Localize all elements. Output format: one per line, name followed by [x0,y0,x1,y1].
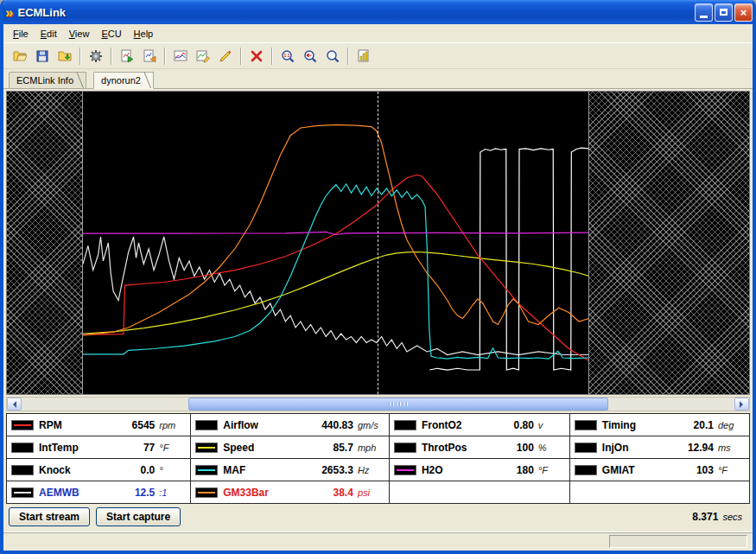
param-unit: ° [159,465,185,475]
import-button[interactable] [54,46,75,67]
scrollbar-grip [389,402,408,406]
trace-gm33bar [83,124,589,334]
delete-button[interactable] [246,46,267,67]
param-value: 440.83 [321,419,353,431]
param-value: 0.80 [513,419,533,431]
trace-aemwb [83,237,589,355]
trace-swatch [11,487,34,498]
zoom-button[interactable] [322,46,343,67]
scroll-left-icon [10,401,16,408]
param-unit: ms [718,443,744,453]
zoom-back-button[interactable] [300,46,321,67]
folder-icon [57,48,73,64]
param-unit: °F [159,443,185,453]
param-value: 180 [517,464,534,476]
datalog-chart-button[interactable] [353,46,374,67]
window-title: ECMLink [17,6,693,19]
param-cell-h2o[interactable]: H2O180°F [390,459,570,481]
param-cell-maf[interactable]: MAF2653.3Hz [191,459,390,481]
menu-file[interactable]: File [7,26,35,41]
tab-ecmlink-info[interactable]: ECMLink Info [9,72,86,88]
export-graph-button[interactable] [117,46,137,67]
start-capture-button[interactable]: Start capture [96,507,181,526]
param-cell-gmiat[interactable]: GMIAT103°F [570,459,750,481]
param-cell-throtpos[interactable]: ThrotPos100% [390,436,570,459]
chart-cursor-line[interactable] [378,92,378,394]
trace-fronto2 [429,148,589,370]
delete-x-icon [249,48,264,64]
reload-graph-icon [142,48,157,64]
zoom-one-to-one-button[interactable]: 1:1 [277,46,298,67]
action-row: Start stream Start capture 8.371 secs [3,504,753,530]
param-cell-gm33bar[interactable]: GM33Bar38.4psi [191,481,390,504]
trace-swatch [575,465,597,475]
param-value: 103 [696,464,714,476]
datalog-chart[interactable] [6,91,750,395]
param-value: 38.4 [334,487,353,499]
zoom-one-to-one-icon: 1:1 [280,48,295,64]
param-unit: psi [358,487,384,498]
param-cell-timing[interactable]: Timing20.1deg [570,414,750,436]
scrollbar-thumb[interactable] [188,398,607,411]
param-label: FrontO2 [422,419,462,431]
param-value: 20.1 [694,419,714,431]
param-unit: v [538,420,564,430]
toolbar-separator [347,48,349,65]
param-cell-aemwb[interactable]: AEMWB12.5:1 [7,481,191,504]
menu-view[interactable]: View [63,26,96,41]
param-cell-airflow[interactable]: Airflow440.83gm/s [191,414,390,436]
graph-edit-button[interactable] [193,46,213,67]
save-floppy-icon [35,48,50,64]
reload-graph-button[interactable] [139,46,160,67]
chart-plot-area[interactable] [83,92,589,394]
param-label: GM33Bar [223,487,269,499]
menu-bar: File Edit View ECU Help [3,24,753,43]
trace-swatch [195,443,218,453]
tab-dynorun2[interactable]: dynorun2 [93,72,154,89]
graph-config-icon [173,48,188,64]
param-value: 2653.3 [321,464,353,476]
scroll-right-button[interactable] [734,398,749,411]
status-progress-box [609,535,747,548]
param-cell-knock[interactable]: Knock0.0° [7,459,191,481]
param-label: ThrotPos [422,442,467,454]
trace-swatch [195,465,218,475]
param-cell-inttemp[interactable]: IntTemp77°F [7,436,191,459]
graph-config-button[interactable] [170,46,191,67]
param-label: Timing [602,419,636,431]
scroll-left-button[interactable] [7,398,22,411]
save-button[interactable] [32,46,53,67]
start-stream-button[interactable]: Start stream [9,507,90,526]
menu-ecu[interactable]: ECU [95,26,127,41]
param-cell-rpm[interactable]: RPM6545rpm [7,414,191,436]
trace-swatch [11,443,34,453]
maximize-button[interactable] [715,3,733,22]
param-label: Airflow [223,419,258,431]
ecmlink-window: » ECMLink × File Edit View ECU Help [0,0,756,554]
trace-swatch [195,487,218,498]
param-unit: rpm [159,420,185,430]
horizontal-scrollbar[interactable] [6,397,750,411]
capture-settings-button[interactable] [86,46,106,67]
param-value: 0.0 [141,464,156,476]
menu-edit[interactable]: Edit [35,26,63,41]
param-grid: RPM6545rpmAirflow440.83gm/sFrontO20.80vT… [6,413,750,504]
open-button[interactable] [10,46,30,67]
close-icon: × [740,7,747,18]
title-bar[interactable]: » ECMLink × [0,0,756,24]
param-cell-fronto2[interactable]: FrontO20.80v [390,414,570,436]
export-graph-icon [119,48,135,64]
minimize-button[interactable] [695,3,713,22]
param-cell-speed[interactable]: Speed85.7mph [191,436,390,459]
trace-swatch [394,443,416,453]
capture-time-value: 8.371 [692,511,718,523]
param-cell-injon[interactable]: InjOn12.94ms [570,436,750,459]
close-button[interactable]: × [734,3,753,22]
edit-wand-button[interactable] [215,46,236,67]
param-unit: gm/s [358,420,384,430]
toolbar-separator [111,48,112,65]
menu-help[interactable]: Help [128,26,160,41]
param-label: MAF [223,464,245,476]
toolbar-separator [164,48,166,65]
param-cell-empty [570,481,750,504]
